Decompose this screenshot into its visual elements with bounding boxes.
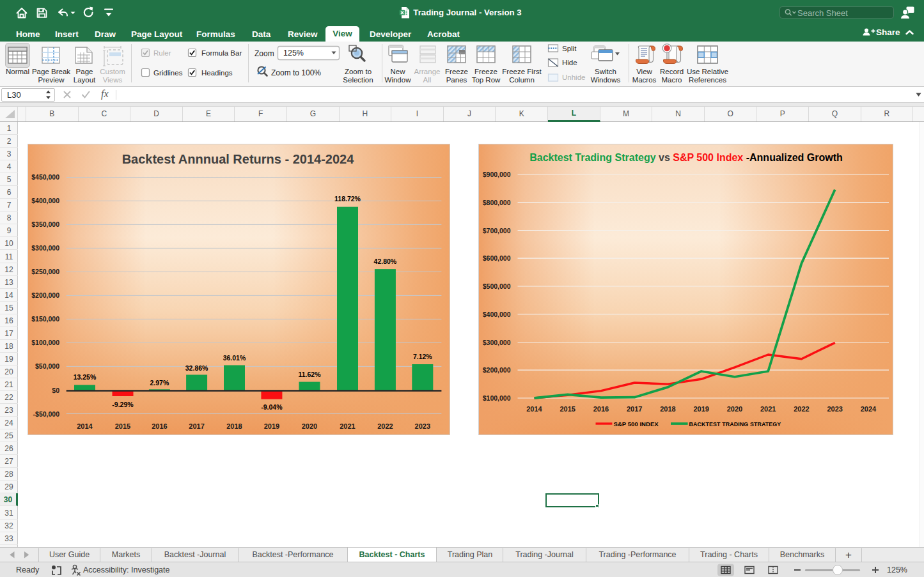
svg-text:$150,000: $150,000	[31, 315, 59, 323]
svg-text:36.01%: 36.01%	[223, 354, 246, 362]
svg-text:2015: 2015	[115, 422, 130, 430]
svg-text:$800,000: $800,000	[483, 199, 511, 206]
svg-text:2014: 2014	[77, 422, 93, 430]
svg-text:$50,000: $50,000	[35, 362, 59, 370]
svg-text:2016: 2016	[593, 405, 609, 413]
svg-text:$400,000: $400,000	[483, 311, 511, 318]
svg-text:2.97%: 2.97%	[150, 379, 169, 387]
svg-text:-$50,000: -$50,000	[33, 410, 60, 418]
svg-text:$100,000: $100,000	[31, 339, 59, 346]
svg-text:2021: 2021	[760, 405, 776, 413]
svg-text:Backtest Trading Strategy vs S: Backtest Trading Strategy vs S&P 500 Ind…	[529, 152, 843, 163]
svg-text:2019: 2019	[694, 405, 709, 413]
svg-text:$300,000: $300,000	[31, 244, 59, 252]
svg-text:2018: 2018	[226, 422, 242, 430]
svg-text:$300,000: $300,000	[483, 339, 511, 346]
svg-text:2015: 2015	[560, 405, 576, 413]
svg-text:2020: 2020	[727, 405, 742, 413]
svg-text:$450,000: $450,000	[31, 173, 59, 181]
svg-text:$0: $0	[52, 387, 59, 394]
svg-text:42.80%: 42.80%	[374, 258, 397, 265]
svg-text:2023: 2023	[415, 422, 430, 430]
svg-text:-9.04%: -9.04%	[261, 403, 283, 411]
svg-text:2017: 2017	[189, 422, 204, 430]
svg-text:$250,000: $250,000	[31, 268, 59, 275]
svg-text:$600,000: $600,000	[483, 254, 511, 262]
svg-text:2022: 2022	[377, 422, 393, 430]
svg-text:2020: 2020	[302, 422, 317, 430]
svg-text:13.25%: 13.25%	[74, 373, 97, 381]
svg-text:$400,000: $400,000	[31, 197, 59, 204]
svg-text:2016: 2016	[152, 422, 167, 430]
svg-text:$200,000: $200,000	[31, 291, 59, 299]
svg-text:$350,000: $350,000	[31, 220, 59, 228]
svg-text:7.12%: 7.12%	[413, 353, 432, 360]
svg-text:2018: 2018	[660, 405, 675, 413]
svg-text:2017: 2017	[627, 405, 642, 413]
svg-text:$900,000: $900,000	[483, 171, 511, 178]
svg-text:118.72%: 118.72%	[334, 195, 361, 203]
svg-text:11.62%: 11.62%	[298, 371, 321, 378]
svg-text:2014: 2014	[526, 405, 542, 413]
svg-text:BACKTEST TRADING STRATEGY: BACKTEST TRADING STRATEGY	[689, 421, 781, 427]
svg-text:S&P 500 INDEX: S&P 500 INDEX	[614, 420, 659, 427]
svg-text:Backtest Annnual Returns - 201: Backtest Annnual Returns - 2014-2024	[122, 152, 355, 166]
svg-text:32.86%: 32.86%	[185, 364, 208, 372]
svg-text:$200,000: $200,000	[483, 366, 511, 374]
svg-text:$100,000: $100,000	[483, 394, 511, 402]
svg-text:-9.29%: -9.29%	[112, 401, 134, 408]
svg-text:$700,000: $700,000	[483, 227, 511, 235]
svg-text:2022: 2022	[794, 405, 809, 413]
svg-text:2019: 2019	[264, 422, 279, 430]
svg-text:2021: 2021	[340, 422, 355, 430]
svg-text:2024: 2024	[861, 405, 877, 413]
svg-text:$500,000: $500,000	[483, 282, 511, 290]
svg-text:2023: 2023	[827, 405, 843, 413]
